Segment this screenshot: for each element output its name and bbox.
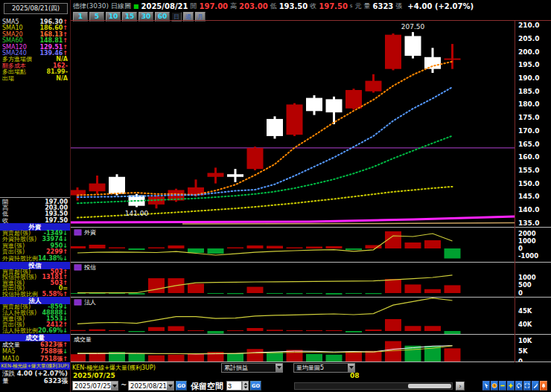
expand-icon[interactable]: [523, 381, 531, 391]
panel-separator: [71, 262, 551, 263]
to-date-select[interactable]: 2025/08/21: [128, 381, 174, 391]
svg-text:140.0: 140.0: [518, 206, 539, 213]
horizontal-scrollbar[interactable]: [294, 382, 453, 390]
volume-row: 量 6323張: [0, 377, 70, 385]
legend-icon: [74, 229, 82, 236]
zoom-in-icon[interactable]: [507, 381, 515, 391]
chevron-down-icon[interactable]: [276, 364, 282, 372]
stat-row: 法人持股比例20.69%↓: [0, 328, 70, 334]
svg-text:1000: 1000: [518, 274, 536, 281]
alert-icon[interactable]: [540, 381, 547, 391]
metric-dropdown-value: 累計損益: [224, 364, 248, 372]
stat-row: MA107518張↑: [0, 356, 70, 362]
draw-icon[interactable]: [532, 381, 539, 391]
investment-trust-panel[interactable]: 10005000: [71, 263, 551, 297]
panel-label-成交量: 成交量: [74, 335, 92, 344]
svg-text:45K: 45K: [518, 307, 532, 315]
indicator-bar: KEN-極光線+爆大量(獲利3UP) 累計損益 量均量圖5: [72, 363, 366, 372]
svg-text:5K: 5K: [518, 347, 528, 355]
close-value: 197.50: [319, 2, 348, 10]
stock-name: 德律(3030): [73, 1, 109, 11]
institutional-panel[interactable]: 45K40K: [71, 298, 551, 334]
volume-unit: 張: [395, 1, 402, 11]
svg-text:0: 0: [518, 245, 523, 252]
open-label: 開: [190, 1, 197, 11]
chevron-down-icon[interactable]: [167, 382, 173, 390]
candlestick-chart[interactable]: 210.0205.0200.0195.0190.0185.0180.0175.0…: [71, 22, 551, 227]
keep-space-input[interactable]: [226, 381, 242, 391]
strategy-panel: KEN-極光線+爆大量(獲利3UP) 漲跌 4.00 (+2.07%) 量 63…: [0, 362, 70, 385]
chevron-down-icon[interactable]: [348, 364, 354, 372]
sidebar-date-box: 2025/08/21(四): [4, 3, 68, 14]
scrollbar-thumb[interactable]: [408, 384, 451, 388]
sma-stats-block: SMA5196.30↑SMA10186.60↑SMA20168.13↑SMA60…: [0, 19, 70, 82]
svg-text:135.0: 135.0: [518, 219, 539, 227]
keep-space-label: 保留空間: [191, 381, 223, 392]
low-label: 低: [270, 1, 277, 11]
section-投信: 投信買賣超(張)503↑投信持股(張)13181↑買進(張)503↑賣出(張)0…: [0, 262, 70, 297]
svg-text:190.0: 190.0: [518, 74, 539, 82]
to-date-value: 2025/08/21: [130, 382, 167, 390]
tool-icon-row: [482, 381, 547, 391]
foreign-investor-panel[interactable]: 200010000-1000: [71, 228, 551, 262]
svg-text:500: 500: [518, 281, 532, 289]
section-header: 成交量: [0, 334, 70, 341]
svg-text:10K: 10K: [518, 337, 532, 344]
svg-text:1000: 1000: [518, 237, 536, 245]
volume-panel[interactable]: 10K5K0: [71, 335, 551, 362]
legend-icon: [74, 299, 82, 306]
clock-icon[interactable]: [491, 381, 498, 391]
scroll-right-button[interactable]: ›: [456, 382, 465, 391]
chart-border-top: [71, 20, 551, 21]
panel-separator: [71, 227, 551, 228]
panel-label-法人: 法人: [74, 298, 96, 306]
svg-text:170.0: 170.0: [518, 127, 539, 135]
stat-row: 外資持股比例14.38%↓: [0, 256, 70, 262]
low-value: 193.50: [279, 2, 308, 10]
green-square-icon: ■: [133, 3, 139, 10]
volume-value: 6323: [373, 2, 394, 10]
panel-separator: [71, 297, 551, 298]
svg-text:207.50: 207.50: [401, 23, 425, 30]
panel-label-外資: 外資: [74, 228, 96, 237]
keep-space-stepper[interactable]: [242, 381, 249, 391]
metric-dropdown[interactable]: 累計損益: [221, 363, 283, 373]
volume-view-dropdown[interactable]: 量均量圖5: [293, 363, 355, 373]
undo-icon[interactable]: [515, 381, 523, 391]
stat-row: MA57588張↓: [0, 348, 70, 355]
cursor-icon[interactable]: [482, 381, 490, 391]
section-成交量: 成交量成交量6323張↑MA57588張↓MA107518張↑: [0, 334, 70, 362]
svg-text:160.0: 160.0: [518, 153, 539, 161]
change-row: 漲跌 4.00 (+2.07%): [0, 370, 70, 377]
volume-label: 量: [364, 1, 371, 11]
svg-text:2000: 2000: [518, 230, 536, 237]
svg-text:150.0: 150.0: [518, 180, 539, 187]
close-label: 收: [310, 1, 316, 11]
from-date-select[interactable]: 2025/07/25: [72, 381, 118, 391]
go-button[interactable]: GO: [176, 381, 187, 391]
svg-text:155.0: 155.0: [518, 167, 539, 174]
svg-text:200.0: 200.0: [518, 48, 539, 56]
high-value: 203.00: [239, 2, 268, 10]
svg-text:141.00: 141.00: [125, 210, 149, 217]
chevron-down-icon[interactable]: [111, 382, 118, 390]
stat-row: 投信持股比例5.58%↑: [0, 292, 70, 297]
indicator-title: KEN-極光線+爆大量(獲利3UP): [72, 364, 221, 372]
svg-text:165.0: 165.0: [518, 141, 539, 148]
bar-count: 08: [350, 372, 360, 379]
chart-header: 德律(3030) 日線圖 ■ 2025/08/21 開 197.00 高 203…: [73, 1, 474, 11]
zoom-out-icon[interactable]: [499, 381, 506, 391]
go-button-2[interactable]: GO: [250, 381, 261, 391]
range-start-date: 2025/07/25: [73, 372, 115, 379]
high-label: 高: [230, 1, 237, 11]
svg-text:175.0: 175.0: [518, 114, 539, 121]
legend-icon: [74, 264, 82, 271]
currency-unit: 元: [355, 1, 362, 11]
axis-divider: [515, 21, 515, 362]
panel-separator: [71, 334, 551, 335]
svg-text:185.0: 185.0: [518, 88, 539, 95]
range-tilde: ~: [121, 381, 127, 389]
svg-text:205.0: 205.0: [518, 35, 539, 42]
strategy-title: KEN-極光線+爆大量(獲利3UP): [0, 362, 70, 370]
change-row-value: 4.00 (+2.07%): [17, 370, 68, 377]
